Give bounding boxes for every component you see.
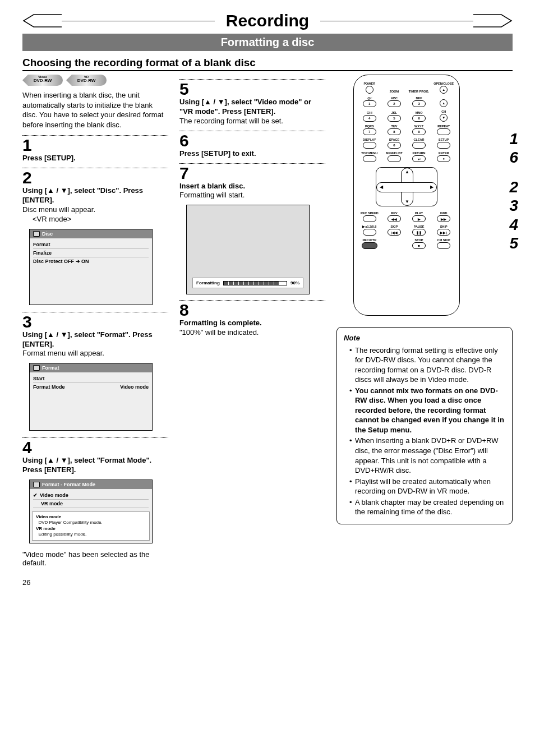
progress-pct: 90% [290,280,299,285]
step-2-sub: <VR mode> [22,215,168,224]
remote-btn-clear [412,142,426,149]
step-2-instr: Using [▲ / ▼], select "Disc". Press [ENT… [22,186,168,205]
callout-4: 4 [509,216,518,233]
remote-btn-x13 [363,229,376,236]
remote-btn-0: 0 [388,142,401,149]
remote-btn-menu [388,155,401,162]
menu-disc-title: Disc [30,229,152,238]
remote-btn-skip-fwd: ▶▶| [437,229,450,236]
remote-btn-1: 1 [363,100,376,107]
menu-format-mode: Format - Format Mode Video mode VR mode … [29,480,153,543]
remote-btn-fwd: ▶▶ [437,215,450,222]
remote-btn-cmskip [437,242,450,249]
menu-disc-row: Format [33,241,149,249]
page-title-banner: Recording [22,11,513,30]
remote-btn-6: 6 [412,115,426,122]
callout-1: 1 [509,131,518,147]
remote-btn-ch-down: ▼ [440,114,448,122]
remote-btn-display [363,142,376,149]
remote-dpad: ▲▼ ◀▶ [376,167,437,206]
step-6-num: 6 [179,132,325,149]
note-item: When inserting a blank DVD+R or DVD+RW d… [349,436,505,475]
menu-format-row: Start [33,375,149,383]
remote-btn-repeat [437,128,450,135]
step-2-num: 2 [22,169,168,186]
step-2-desc: Disc menu will appear. [22,205,168,215]
note-item: You cannot mix two formats on one DVD-RW… [349,386,505,435]
remote-btn-rec [362,242,377,249]
column-middle: 5 Using [▲ / ▼], select "Video mode" or … [179,75,325,567]
intro-text: When inserting a blank disc, the unit au… [22,90,168,130]
remote-btn-2: 2 [388,100,401,107]
remote-btn-setup [437,142,450,149]
remote-btn-open: ▲ [440,86,448,94]
step-4-below: "Video mode" has been selected as the de… [22,550,168,567]
remote-btn-ch-up: ▲ [440,99,448,107]
subtitle-bar: Formatting a disc [22,34,513,51]
step-7-num: 7 [179,165,325,182]
menu-fm-row: VR mode [33,500,149,508]
step-3-instr: Using [▲ / ▼], select "Format". Press [E… [22,330,168,349]
arrow-right-decor [473,13,513,28]
column-right: POWER ZOOM TIMER PROG. OPEN/CLOSE▲ .@/:1… [336,75,513,567]
progress-label: Formatting [196,280,220,285]
step-8-instr: Formatting is complete. [179,319,325,328]
step-8-num: 8 [179,302,325,319]
step-1-instr: Press [SETUP]. [22,154,168,163]
badge-video: Video DVD-RW [22,75,63,86]
title-rule [62,21,215,21]
menu-fm-title: Format - Format Mode [30,480,152,489]
step-4-num: 4 [22,439,168,456]
step-3-num: 3 [22,314,168,330]
step-4-instr: Using [▲ / ▼], select "Format Mode". Pre… [22,456,168,475]
step-7-desc: Formatting will start. [179,191,325,200]
remote-btn-return: ↩ [412,155,426,162]
remote-btn-topmenu [363,155,376,162]
step-1-num: 1 [22,137,168,154]
note-item: Playlist will be created automatically w… [349,477,505,496]
note-item: A blank chapter may be created depending… [349,497,505,517]
remote-btn-3: 3 [412,100,426,107]
step-5-num: 5 [179,81,325,98]
menu-disc: Disc Format Finalize Disc Protect OFF ➔ … [29,229,153,305]
remote-btn-skip-back: |◀◀ [388,229,401,236]
callout-3: 3 [509,197,518,214]
menu-format-row: Format Mode Video mode [33,383,149,391]
step-3-desc: Format menu will appear. [22,349,168,358]
remote-btn-7: 7 [363,128,376,135]
menu-fm-row: Video mode [33,491,149,500]
note-item: The recording format setting is effectiv… [349,345,505,385]
page-number: 26 [22,578,513,587]
callout-5: 5 [509,235,518,251]
remote-btn-rev: ◀◀ [388,215,401,222]
menu-format-title: Format [30,363,152,372]
step-5-desc: The recording format will be set. [179,117,325,126]
callout-6: 6 [509,149,518,165]
remote-btn-stop: ■ [412,242,426,249]
remote-control-diagram: POWER ZOOM TIMER PROG. OPEN/CLOSE▲ .@/:1… [353,75,460,316]
column-left: Video DVD-RW VR DVD-RW When inserting a … [22,75,168,567]
step-6-instr: Press [SETUP] to exit. [179,149,325,159]
section-heading: Choosing the recording format of a blank… [22,57,513,71]
remote-btn-4: 4 [363,115,376,122]
progress-panel: Formatting 90% [186,205,310,294]
remote-btn-8: 8 [388,128,401,135]
menu-disc-row: Disc Protect OFF ➔ ON [33,257,149,265]
remote-btn-9: 9 [412,128,426,135]
note-title: Note [344,333,505,343]
progress-bar [223,281,287,285]
menu-format: Format Start Format Mode Video mode [29,363,153,431]
step-5-instr: Using [▲ / ▼], select "Video mode" or "V… [179,98,325,117]
step-8-desc: "100%" will be indicated. [179,328,325,338]
remote-btn-recspeed [363,215,376,222]
menu-disc-row: Finalize [33,249,149,257]
remote-btn-power [366,86,373,94]
remote-btn-play: ▶ [412,215,426,222]
badge-vr: VR DVD-RW [66,75,107,86]
step-7-instr: Insert a blank disc. [179,182,325,191]
note-box: Note The recording format setting is eff… [336,327,513,524]
title-rule [320,21,473,21]
remote-btn-enter: ● [437,155,450,162]
arrow-left-decor [22,13,62,28]
page-title: Recording [215,11,320,30]
